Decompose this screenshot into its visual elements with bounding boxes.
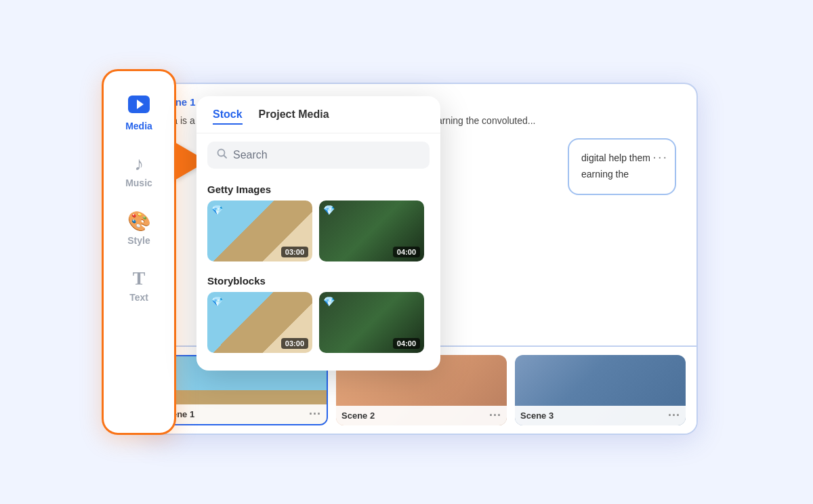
media-panel: Stock Project Media Search Getty Images … bbox=[196, 96, 440, 371]
getty-badge-1: 💎 bbox=[211, 205, 223, 215]
search-bar[interactable]: Search bbox=[207, 142, 430, 169]
scene-1-menu[interactable]: ··· bbox=[309, 407, 321, 421]
getty-duration-2: 04:00 bbox=[393, 247, 420, 257]
sidebar-item-media[interactable]: Media bbox=[104, 87, 174, 140]
scene-3-label: Scene 3 ··· bbox=[515, 406, 686, 425]
storyblocks-section-title: Storyblocks bbox=[196, 268, 440, 292]
sidebar-style-label: Style bbox=[127, 235, 150, 246]
style-icon: 🎨 bbox=[127, 210, 151, 232]
getty-badge-2: 💎 bbox=[323, 205, 335, 215]
scene-2-menu[interactable]: ··· bbox=[489, 408, 501, 423]
tab-project-media[interactable]: Project Media bbox=[259, 108, 329, 125]
music-icon: ♪ bbox=[134, 153, 144, 175]
sidebar-music-label: Music bbox=[125, 177, 152, 188]
right-panel-dots[interactable]: ··· bbox=[652, 145, 668, 168]
sidebar-text-label: Text bbox=[129, 292, 148, 303]
svg-line-1 bbox=[224, 156, 227, 159]
storyblocks-badge-2: 💎 bbox=[323, 296, 335, 307]
getty-section-title: Getty Images bbox=[196, 177, 440, 201]
storyblocks-duration-1: 03:00 bbox=[281, 338, 308, 349]
scene-3-menu[interactable]: ··· bbox=[668, 408, 680, 423]
getty-thumb-2[interactable]: 💎 04:00 bbox=[319, 201, 424, 261]
scene-2-label: Scene 2 ··· bbox=[336, 406, 507, 425]
right-panel-text: digital help them earning the bbox=[581, 152, 650, 180]
search-icon bbox=[217, 148, 228, 162]
right-panel-card: ··· digital help them earning the bbox=[568, 138, 676, 195]
tab-stock[interactable]: Stock bbox=[213, 108, 243, 125]
search-placeholder: Search bbox=[233, 149, 268, 161]
sidebar-item-style[interactable]: 🎨 Style bbox=[104, 202, 174, 254]
storyblocks-duration-2: 04:00 bbox=[393, 338, 420, 349]
getty-grid: 💎 03:00 💎 04:00 bbox=[196, 201, 440, 268]
sidebar-item-text[interactable]: T Text bbox=[104, 259, 174, 311]
getty-duration-1: 03:00 bbox=[281, 247, 308, 257]
storyblocks-thumb-1[interactable]: 💎 03:00 bbox=[207, 292, 312, 353]
sidebar-media-label: Media bbox=[125, 121, 152, 131]
scene-1-label: Scene 1 ··· bbox=[156, 404, 327, 424]
sidebar: Media ♪ Music 🎨 Style T Text bbox=[102, 69, 176, 435]
text-icon: T bbox=[133, 268, 146, 289]
app-container: ··· digital help them earning the Scene … bbox=[102, 42, 711, 462]
storyblocks-grid: 💎 03:00 💎 04:00 bbox=[196, 292, 440, 360]
storyblocks-thumb-2[interactable]: 💎 04:00 bbox=[319, 292, 424, 353]
media-tabs: Stock Project Media bbox=[196, 96, 440, 133]
storyblocks-badge-1: 💎 bbox=[211, 296, 223, 307]
sidebar-item-music[interactable]: ♪ Music bbox=[104, 145, 174, 196]
getty-thumb-1[interactable]: 💎 03:00 bbox=[207, 201, 312, 261]
scene-card-3[interactable]: Scene 3 ··· bbox=[515, 355, 686, 425]
media-icon bbox=[128, 96, 150, 118]
